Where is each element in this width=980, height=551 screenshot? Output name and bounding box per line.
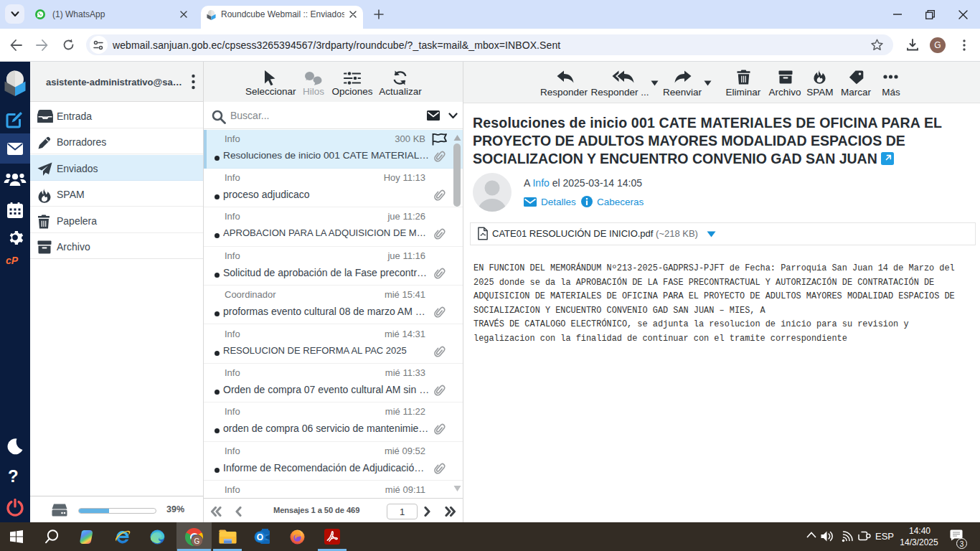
svg-text:O: O: [257, 532, 263, 542]
